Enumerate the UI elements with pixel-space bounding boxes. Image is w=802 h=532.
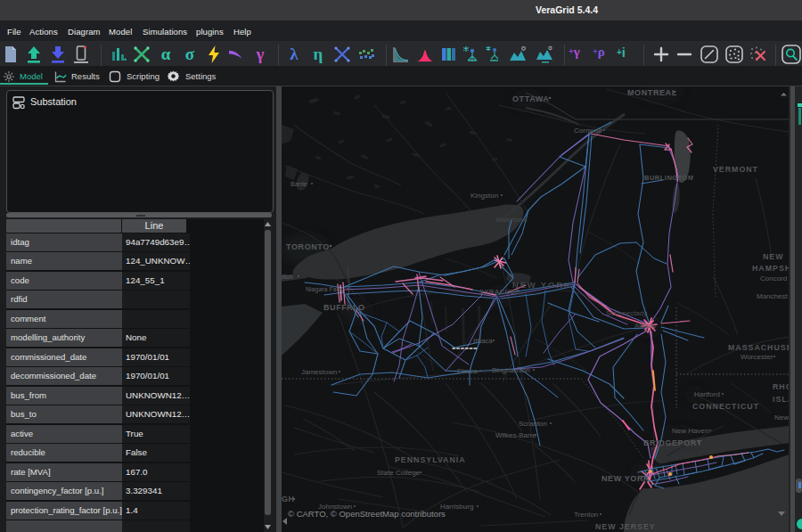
- svg-text:MASSACHUSETTS: MASSACHUSETTS: [728, 343, 789, 352]
- svg-text:NEW YORK: NEW YORK: [512, 280, 571, 290]
- svg-text:BUFFALO: BUFFALO: [323, 303, 365, 312]
- svg-text:Elmira: Elmira: [457, 367, 478, 375]
- svg-text:Kingston: Kingston: [471, 192, 498, 200]
- svg-text:Hartford: Hartford: [694, 390, 720, 398]
- svg-text:Scranton: Scranton: [519, 420, 547, 428]
- svg-text:Schenectady: Schenectady: [606, 309, 647, 317]
- svg-text:HAMPSHIRE: HAMPSHIRE: [752, 264, 789, 273]
- svg-text:© CARTO, © OpenStreetMap contr: © CARTO, © OpenStreetMap contributors: [288, 509, 446, 519]
- svg-text:BURLINGTON: BURLINGTON: [644, 174, 693, 182]
- svg-text:NEW: NEW: [763, 252, 784, 261]
- svg-text:Niagara Falls: Niagara Falls: [306, 286, 343, 293]
- svg-text:Manchest: Manchest: [757, 292, 788, 300]
- svg-text:PENNSYLVANIA: PENNSYLVANIA: [395, 455, 466, 464]
- svg-text:Binghamton: Binghamton: [492, 366, 530, 374]
- svg-text:GH: GH: [282, 495, 295, 503]
- svg-text:Wilkes-Barre: Wilkes-Barre: [495, 431, 536, 439]
- svg-text:New Haven: New Haven: [672, 427, 708, 435]
- svg-text:CONNECTICUT: CONNECTICUT: [692, 402, 759, 411]
- svg-text:OTTAWA: OTTAWA: [512, 94, 549, 103]
- svg-text:ISLAND: ISLAND: [773, 395, 789, 404]
- svg-text:VERMONT: VERMONT: [713, 165, 758, 174]
- svg-text:ilton: ilton: [282, 274, 293, 280]
- svg-text:Worcester: Worcester: [741, 353, 773, 361]
- svg-text:RHODE: RHODE: [773, 382, 789, 391]
- svg-text:NEW YORK: NEW YORK: [602, 474, 650, 483]
- svg-text:NEW JERSEY: NEW JERSEY: [595, 522, 656, 531]
- svg-text:Trenton: Trenton: [574, 511, 598, 519]
- svg-text:Albany: Albany: [634, 322, 656, 330]
- svg-text:New: New: [774, 413, 789, 422]
- svg-text:BRIDGEPORT: BRIDGEPORT: [643, 438, 702, 447]
- svg-text:TORONTO: TORONTO: [286, 242, 330, 251]
- svg-text:Jamestown: Jamestown: [301, 368, 337, 376]
- svg-text:Watertown: Watertown: [495, 216, 528, 224]
- svg-text:MONTREAL: MONTREAL: [627, 88, 677, 97]
- svg-text:State College: State College: [377, 469, 421, 477]
- svg-text:Barrie: Barrie: [291, 181, 307, 187]
- svg-text:Ithaca: Ithaca: [473, 337, 493, 345]
- svg-text:Cornwall: Cornwall: [574, 127, 602, 135]
- svg-text:Concord: Concord: [760, 274, 787, 282]
